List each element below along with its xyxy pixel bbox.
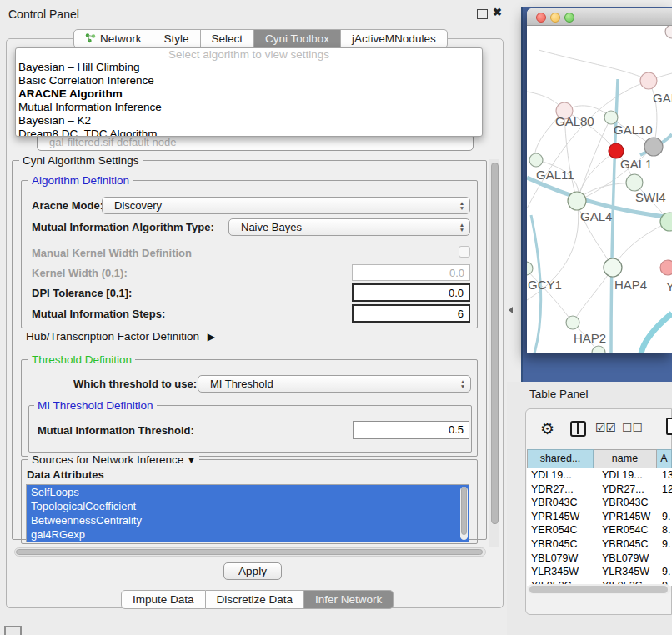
combo-arrows-icon: ▲▼ [457,379,470,388]
column-header-shared[interactable]: shared... [527,449,594,468]
data-attribute-option[interactable]: gal4RGexp [27,528,469,542]
algorithm-option[interactable]: Mutual Information Inference [16,101,482,114]
close-window-icon[interactable] [536,12,546,22]
algorithm-option[interactable]: ARACNE Algorithm [16,88,482,101]
table-cell: YDL19... [594,468,657,482]
table-row[interactable]: YLR345WYLR345W9. [527,565,672,579]
data-attribute-option[interactable]: SelfLoops [27,485,469,499]
tab-cyni-toolbox[interactable]: Cyni Toolbox [254,29,341,48]
network-node[interactable] [626,174,643,191]
columns-icon[interactable] [570,421,586,437]
tab-label: Network [100,32,142,45]
export-table-icon[interactable] [666,418,672,435]
mi-steps-field[interactable]: 6 [352,304,470,322]
table-row[interactable]: YER054CYER054C8. [527,523,672,538]
network-node[interactable] [527,262,533,275]
tab-infer-network[interactable]: Infer Network [304,590,394,609]
data-attribute-option[interactable]: BetweennessCentrality [27,513,469,528]
table-horizontal-scrollbar[interactable] [528,584,671,594]
network-canvas[interactable]: GAL80GAL10GAL11GAL1SWI4GAL4GCY1HAP4HAP2G… [527,26,672,353]
algorithm-option[interactable]: Dream8 DC_TDC Algorithm [16,128,482,137]
table-row[interactable]: YBL079WYBL079W [527,552,672,566]
tab-discretize-data[interactable]: Discretize Data [206,590,305,609]
apply-button[interactable]: Apply [223,562,282,580]
algorithm-option[interactable]: Bayesian – Hill Climbing [16,61,482,74]
sources-expander[interactable]: Sources for Network Inference ▼ [28,453,199,466]
kernel-width-field[interactable]: 0.0 [352,264,470,281]
table-row[interactable]: YPR145WYPR145W9. [527,510,672,524]
network-node[interactable] [640,72,657,89]
data-attribute-option[interactable]: TopologicalCoefficient [27,499,469,513]
network-node[interactable] [604,258,622,277]
table-cell: 8. [657,523,672,538]
hub-expander[interactable]: Hub/Transcription Factor Definition ▶ [26,330,215,342]
combo-arrows-icon: ▲▼ [456,201,469,210]
table-row[interactable]: YDL19...YDL19...13 [527,468,672,482]
network-node[interactable] [660,260,672,275]
tab-style[interactable]: Style [153,29,201,48]
tab-label: Style [164,32,189,45]
column-header-partial[interactable]: A [657,449,672,468]
manual-kernel-label: Manual Kernel Width Definition [32,247,192,259]
which-threshold-combobox[interactable]: MI Threshold ▲▼ [198,375,471,392]
network-node[interactable] [568,192,586,210]
settings-vertical-scrollbar[interactable] [489,159,499,548]
dpi-tolerance-label: DPI Tolerance [0,1]: [32,287,132,299]
minimized-panel-icon[interactable] [4,626,22,635]
deselect-all-columns-icon[interactable]: ☐☐ [622,421,643,434]
float-window-icon[interactable] [477,9,488,19]
network-node[interactable] [566,316,579,329]
cyni-settings-group: Cyni Algorithm Settings Algorithm Defini… [12,160,487,540]
cyni-settings-title: Cyni Algorithm Settings [19,154,143,167]
expander-right-icon: ▶ [208,331,215,342]
table-row[interactable]: YBR043CYBR043C [527,496,672,510]
network-node-label: GAL1 [620,157,652,171]
attributes-scrollbar[interactable] [460,487,468,540]
table-panel-title: Table Panel [529,388,589,400]
table-row[interactable]: YDR27...YDR27...12 [527,482,672,497]
sources-title: Sources for Network Inference [32,453,183,466]
network-node[interactable] [529,153,543,167]
network-node-label: GCY1 [528,278,562,292]
close-panel-icon[interactable]: ✖ [493,6,502,18]
mi-type-combobox[interactable]: Naive Bayes ▲▼ [228,218,470,236]
select-all-columns-icon[interactable]: ☑☑ [595,421,616,434]
gear-icon[interactable]: ⚙ [540,419,554,438]
algorithm-definition-title: Algorithm Definition [28,174,133,187]
algorithm-option[interactable]: Basic Correlation Inference [16,74,482,88]
network-node[interactable] [665,26,672,38]
data-attributes-list[interactable]: SelfLoopsTopologicalCoefficientBetweenne… [26,484,469,542]
tab-network[interactable]: Network [73,29,153,48]
dpi-tolerance-field[interactable]: 0.0 [352,283,470,302]
network-window-titlebar[interactable] [527,8,672,26]
app-root: Control Panel ✖ Network Style Select Cyn… [0,0,672,635]
manual-kernel-checkbox[interactable] [459,246,470,258]
table-row[interactable]: YBR045CYBR045C9. [527,538,672,552]
network-node-label: HAP2 [574,331,606,345]
tab-select[interactable]: Select [201,29,255,48]
table-cell: 13 [657,468,672,482]
tab-label: Infer Network [315,593,382,606]
aracne-mode-combobox[interactable]: Discovery ▲▼ [102,197,470,214]
network-node-label: GAL11 [536,168,574,182]
table-cell: YBL079W [527,552,594,566]
settings-horizontal-scrollbar[interactable] [14,548,486,557]
tab-jactivemnodules[interactable]: jActiveMNodules [341,29,448,48]
mi-threshold-field[interactable]: 0.5 [353,421,469,439]
network-node-label: GAL80 [555,114,594,128]
column-header-name[interactable]: name [594,449,657,468]
panel-divider-grip[interactable] [509,307,513,313]
tab-impute-data[interactable]: Impute Data [121,590,206,609]
table-cell: YLR345W [527,565,594,579]
table-rows: YDL19...YDL19...13YDR27...YDR27...12YBR0… [527,468,672,586]
network-node[interactable] [644,138,663,156]
network-window[interactable]: GAL80GAL10GAL11GAL1SWI4GAL4GCY1HAP4HAP2G… [527,8,672,353]
table-cell: YLR345W [594,565,657,579]
table-cell: YBL079W [594,552,657,566]
zoom-window-icon[interactable] [564,12,574,22]
hub-expander-label: Hub/Transcription Factor Definition [26,330,199,342]
minimize-window-icon[interactable] [550,12,560,22]
algorithm-option[interactable]: Bayesian – K2 [16,114,482,128]
table-cell: YDL19... [527,468,594,482]
table-cell: YBR043C [527,496,594,510]
